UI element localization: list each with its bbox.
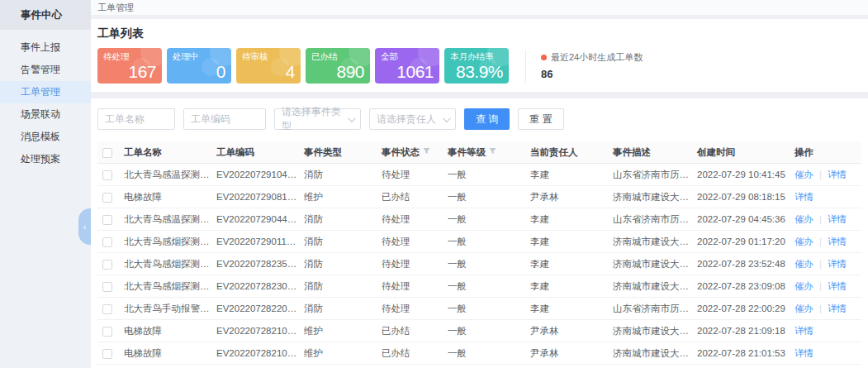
row-checkbox[interactable] [102, 327, 112, 337]
event-type-select-placeholder: 请选择事件类型 [282, 105, 348, 133]
cell-owner: 李建 [529, 253, 611, 275]
sidebar: 事件中心 事件上报告警管理工单管理场景联动消息模板处理预案 ‹ [0, 0, 91, 368]
cell-actions: 催办|详情 [793, 253, 861, 275]
row-action-link[interactable]: 催办 [794, 303, 813, 313]
row-checkbox[interactable] [102, 170, 112, 180]
row-checkbox[interactable] [102, 282, 112, 292]
cell-status: 待处理 [380, 231, 446, 253]
cell-time: 2022-07-28 19:34:26 [695, 365, 793, 368]
row-action-link[interactable]: 详情 [828, 170, 847, 179]
column-header: 创建时间 [695, 141, 793, 164]
row-checkbox[interactable] [102, 237, 112, 247]
cell-level: 一般 [446, 164, 529, 186]
search-button[interactable]: 查 询 [464, 108, 510, 130]
row-action-link[interactable]: 催办 [794, 281, 813, 291]
order-name-input[interactable] [97, 108, 175, 130]
cell-desc: 山东省济南市历下区济南... [611, 298, 695, 320]
filter-funnel-icon[interactable] [489, 147, 496, 155]
sidebar-nav: 事件上报告警管理工单管理场景联动消息模板处理预案 [0, 30, 91, 170]
cell-status: 已办结 [380, 365, 446, 368]
table-row: 北大青鸟感烟探测器故障EV20220728230853750消防待处理一般李建济… [97, 275, 861, 298]
row-action-link[interactable]: 催办 [794, 259, 813, 269]
row-checkbox-cell [97, 342, 122, 365]
table-row: 北大青鸟手动报警按钮故障EV20220728220014871消防待处理一般李建… [97, 298, 861, 320]
sidebar-item[interactable]: 工单管理 [0, 81, 91, 103]
stat-card-value: 890 [336, 62, 364, 82]
cell-actions: 催办|详情 [793, 164, 861, 186]
sidebar-header: 事件中心 [0, 0, 91, 30]
row-checkbox[interactable] [102, 304, 112, 314]
cell-type: 维护 [302, 342, 380, 365]
row-action-link[interactable]: 详情 [794, 348, 813, 358]
cell-type: 消防 [302, 253, 380, 275]
stats-row: 待处理167处理中0待审核4已办结890全部1061本月办结率83.9% 最近2… [97, 48, 861, 84]
breadcrumb-item[interactable]: 工单管理 [97, 2, 134, 14]
work-order-table: 工单名称工单编码事件类型事件状态事件等级当前责任人事件描述创建时间操作 北大青鸟… [97, 141, 861, 368]
filter-funnel-icon[interactable] [423, 147, 430, 155]
event-type-select[interactable]: 请选择事件类型 [274, 108, 361, 130]
row-checkbox[interactable] [102, 193, 112, 203]
cell-owner: 李建 [529, 365, 611, 368]
stat-card-value: 0 [216, 62, 225, 82]
order-code-input[interactable] [183, 108, 266, 130]
reset-button[interactable]: 重 置 [518, 108, 563, 130]
sidebar-item[interactable]: 处理预案 [0, 148, 91, 170]
row-action-link[interactable]: 详情 [828, 259, 847, 269]
row-action-link[interactable]: 催办 [794, 170, 813, 179]
stat-card-value: 83.9% [456, 62, 503, 82]
sidebar-collapse-handle[interactable]: ‹ [78, 208, 91, 245]
row-checkbox[interactable] [102, 260, 112, 270]
stat-card-label: 全部 [381, 51, 398, 63]
row-action-link[interactable]: 催办 [794, 237, 813, 246]
stat-card-label: 处理中 [173, 51, 199, 63]
sidebar-item[interactable]: 消息模板 [0, 126, 91, 148]
cell-code: EV20220729044522068 [215, 208, 302, 231]
cell-name: 电梯故障 [122, 186, 215, 208]
cell-type: 维护 [302, 320, 380, 342]
cell-name: 北大青鸟手动报警按钮故障 [122, 298, 215, 320]
cell-level: 一般 [446, 275, 529, 298]
stat-card-value: 4 [286, 62, 295, 82]
cell-code: EV20220729011706036 [215, 231, 302, 253]
select-all-checkbox[interactable] [102, 148, 112, 158]
row-checkbox-cell [97, 208, 122, 231]
cell-type: 消防 [302, 298, 380, 320]
cell-status: 待处理 [380, 275, 446, 298]
row-action-link[interactable]: 详情 [828, 214, 847, 224]
column-header-label: 事件等级 [448, 147, 486, 157]
cell-name: 北大青鸟感烟探测器故障 [122, 253, 215, 275]
owner-select[interactable]: 请选择责任人 [369, 108, 456, 130]
row-action-link[interactable]: 详情 [828, 281, 847, 291]
stat-card-value: 167 [128, 62, 156, 82]
cell-owner: 李建 [529, 208, 611, 231]
stat-card-label: 待审核 [242, 51, 268, 63]
sidebar-item[interactable]: 告警管理 [0, 59, 91, 81]
table-row: 北大青鸟感温探测器故障EV20220729044522068消防待处理一般李建山… [97, 208, 861, 231]
row-action-link[interactable]: 催办 [794, 214, 813, 224]
cell-desc: 济南城市建设大厦B3车... [611, 275, 695, 298]
cell-actions: 详情 [793, 186, 861, 208]
row-action-link[interactable]: 详情 [794, 326, 813, 336]
cell-actions: 催办|详情 [793, 208, 861, 231]
row-action-link[interactable]: 详情 [794, 192, 813, 202]
row-checkbox[interactable] [102, 349, 112, 359]
table-row: 北大青鸟感烟探测器故障EV20220728193411643消防已办结一般李建济… [97, 365, 861, 368]
cell-actions: 催办|详情 [793, 275, 861, 298]
cell-code: EV20220728210903424 [215, 320, 302, 342]
owner-select-placeholder: 请选择责任人 [377, 112, 436, 127]
cell-desc: 山东省济南市历下区济南... [611, 164, 695, 186]
cell-code: EV20220728193411643 [215, 365, 302, 368]
cell-level: 一般 [446, 365, 529, 368]
cell-type: 消防 [302, 275, 380, 298]
row-action-link[interactable]: 详情 [828, 237, 847, 246]
table-row: 北大青鸟感温探测器故障EV20220729104130123消防待处理一般李建山… [97, 164, 861, 186]
sidebar-item[interactable]: 场景联动 [0, 103, 91, 126]
cell-actions: 详情 [793, 365, 861, 368]
cell-desc: 济南城市建设大厦B3车... [611, 231, 695, 253]
row-checkbox[interactable] [102, 215, 112, 225]
cell-level: 一般 [446, 253, 529, 275]
recent-24h-stat: 最近24小时生成工单数 86 [541, 51, 643, 80]
row-action-link[interactable]: 详情 [828, 303, 847, 313]
sidebar-item[interactable]: 事件上报 [0, 36, 91, 59]
stat-card: 处理中0 [167, 48, 231, 84]
